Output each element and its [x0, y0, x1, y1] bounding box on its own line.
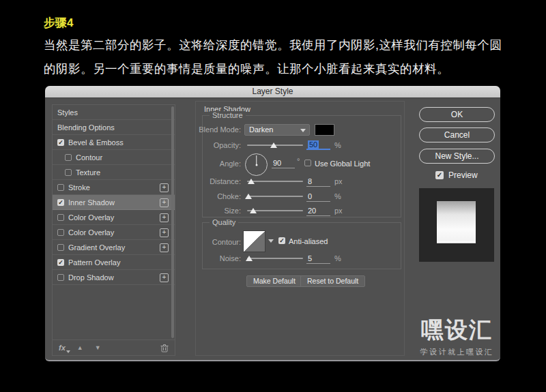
- style-preview-thumbnail: [419, 188, 494, 262]
- sidebar-item-styles[interactable]: Styles: [53, 105, 175, 120]
- add-effect-icon[interactable]: +: [160, 198, 169, 207]
- layer-style-dialog: Layer Style Styles Blending Options ✓ Be…: [45, 86, 500, 361]
- distance-unit: px: [334, 177, 343, 185]
- choke-label: Choke:: [199, 192, 241, 200]
- size-slider[interactable]: [247, 207, 303, 214]
- angle-label: Angle:: [199, 160, 241, 168]
- distance-label: Distance:: [199, 177, 241, 185]
- preview-toggle: ✓ Preview: [435, 170, 478, 180]
- checkbox-unchecked-icon[interactable]: ✓: [57, 214, 64, 221]
- opacity-unit: %: [334, 141, 341, 149]
- sidebar-item-label: Drop Shadow: [68, 273, 114, 282]
- anti-aliased-label: Anti-aliased: [289, 237, 328, 245]
- checkbox-unchecked-icon[interactable]: ✓: [57, 274, 64, 281]
- make-default-button[interactable]: Make Default: [246, 275, 302, 287]
- delete-effect-icon[interactable]: [160, 344, 169, 352]
- distance-input[interactable]: 8: [306, 177, 330, 187]
- size-label: Size:: [199, 207, 241, 215]
- blend-mode-select[interactable]: Darken: [244, 124, 310, 136]
- checkbox-unchecked-icon[interactable]: ✓: [57, 244, 64, 251]
- sidebar-item-color-overlay-1[interactable]: ✓ Color Overlay +: [53, 210, 175, 225]
- add-effect-icon[interactable]: +: [160, 243, 169, 252]
- checkbox-unchecked-icon[interactable]: ✓: [57, 184, 64, 191]
- checkbox-unchecked-icon[interactable]: ✓: [57, 229, 64, 236]
- structure-legend: Structure: [210, 111, 246, 119]
- sidebar-item-pattern-overlay[interactable]: ✓ Pattern Overlay: [53, 255, 175, 270]
- choke-input[interactable]: 0: [306, 192, 330, 202]
- tutorial-text-line-2: 的阴影。另一个重要的事情是质量的噪声。让那个小脏看起来真实的材料。: [44, 61, 449, 77]
- slider-thumb-icon[interactable]: [270, 142, 277, 148]
- sidebar-item-label: Styles: [57, 108, 78, 117]
- add-effect-icon[interactable]: +: [160, 273, 169, 282]
- cancel-button[interactable]: Cancel: [419, 127, 495, 142]
- sidebar-item-label: Inner Shadow: [68, 198, 115, 207]
- add-effect-icon[interactable]: +: [160, 213, 169, 222]
- opacity-input[interactable]: 50: [306, 140, 330, 150]
- slider-thumb-icon[interactable]: [250, 208, 257, 213]
- slider-track[interactable]: [247, 196, 303, 197]
- sidebar-item-inner-shadow[interactable]: ✓ Inner Shadow +: [53, 195, 175, 210]
- ok-button[interactable]: OK: [419, 107, 495, 122]
- sidebar-item-bevel-emboss[interactable]: ✓ Bevel & Emboss: [53, 135, 175, 150]
- sidebar-item-contour[interactable]: ✓ Contour: [53, 150, 175, 165]
- sidebar-item-label: Bevel & Emboss: [68, 138, 124, 147]
- checkbox-checked-icon[interactable]: ✓: [57, 139, 64, 146]
- checkbox-checked-icon[interactable]: ✓: [57, 259, 64, 266]
- angle-dial[interactable]: [245, 153, 268, 176]
- add-effect-icon[interactable]: +: [160, 183, 169, 192]
- angle-unit: °: [297, 157, 300, 165]
- fx-menu-icon[interactable]: fx: [59, 344, 66, 352]
- size-input[interactable]: 20: [306, 207, 330, 216]
- checkbox-checked-icon[interactable]: ✓: [57, 199, 64, 206]
- slider-thumb-icon[interactable]: [248, 179, 255, 184]
- sidebar-item-gradient-overlay[interactable]: ✓ Gradient Overlay +: [53, 240, 175, 255]
- slider-track[interactable]: [247, 258, 303, 259]
- sidebar-item-label: Stroke: [68, 183, 90, 192]
- distance-slider[interactable]: [247, 178, 303, 185]
- contour-picker[interactable]: [243, 230, 265, 252]
- use-global-light-checkbox[interactable]: ✓: [304, 160, 311, 166]
- anti-aliased-checkbox[interactable]: ✓: [278, 237, 285, 244]
- shadow-color-swatch[interactable]: [315, 124, 334, 136]
- angle-input[interactable]: 90: [272, 159, 295, 168]
- watermark-tagline: 学设计就上嘿设汇: [414, 347, 500, 357]
- step-heading: 步骤4: [44, 15, 73, 31]
- sidebar-item-color-overlay-2[interactable]: ✓ Color Overlay +: [53, 225, 175, 240]
- checkbox-unchecked-icon[interactable]: ✓: [65, 154, 72, 161]
- sidebar-scrollbar[interactable]: [171, 106, 174, 338]
- dialog-titlebar[interactable]: Layer Style: [45, 86, 500, 98]
- sidebar-item-blending-options[interactable]: Blending Options: [53, 120, 175, 135]
- new-style-button[interactable]: New Style...: [419, 149, 495, 164]
- noise-slider[interactable]: [247, 255, 303, 262]
- chevron-down-icon: [300, 129, 306, 132]
- caret-down-icon: [66, 350, 70, 353]
- checkbox-unchecked-icon[interactable]: ✓: [65, 169, 72, 176]
- slider-thumb-icon[interactable]: [245, 194, 252, 199]
- choke-slider[interactable]: [247, 193, 303, 200]
- effects-list-footer: fx ▲ ▼: [53, 340, 175, 355]
- sidebar-item-drop-shadow[interactable]: ✓ Drop Shadow +: [53, 270, 175, 285]
- sidebar-item-stroke[interactable]: ✓ Stroke +: [53, 180, 175, 195]
- move-effect-down-icon[interactable]: ▼: [95, 344, 101, 351]
- slider-track[interactable]: [247, 181, 303, 182]
- angle-center-dot-icon: [255, 164, 257, 166]
- blend-mode-label: Blend Mode:: [199, 125, 241, 134]
- slider-thumb-icon[interactable]: [246, 256, 253, 261]
- sidebar-item-label: Blending Options: [57, 123, 115, 132]
- watermark-logo: 嘿设汇: [414, 315, 500, 346]
- choke-unit: %: [334, 192, 341, 200]
- add-effect-icon[interactable]: +: [160, 228, 169, 237]
- opacity-slider[interactable]: [247, 142, 303, 149]
- contour-label: Contour:: [199, 238, 241, 246]
- tutorial-text-line-1: 当然是第二部分的影子。这将给深度的错觉。我使用了内阴影,这样我们有控制每个圆: [44, 37, 502, 53]
- move-effect-up-icon[interactable]: ▲: [77, 344, 83, 351]
- sidebar-item-texture[interactable]: ✓ Texture: [53, 165, 175, 180]
- preview-checkbox[interactable]: ✓: [435, 171, 444, 179]
- chevron-down-icon[interactable]: [268, 239, 274, 243]
- dialog-title: Layer Style: [45, 86, 500, 97]
- size-unit: px: [334, 207, 343, 215]
- preview-shape: [437, 201, 476, 243]
- quality-legend: Quality: [210, 218, 238, 226]
- noise-input[interactable]: 5: [306, 254, 330, 264]
- reset-to-default-button[interactable]: Reset to Default: [300, 275, 365, 287]
